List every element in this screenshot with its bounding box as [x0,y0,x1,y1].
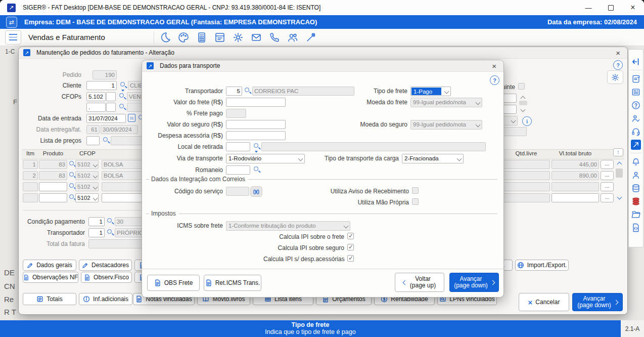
cfop2-search-icon[interactable] [119,103,126,110]
grid-r2-more-button[interactable]: ... [601,171,614,180]
condicao-field[interactable]: 1 [88,217,105,226]
window-settings-button[interactable] [607,70,623,84]
maximize-button[interactable] [600,0,622,15]
totais-button[interactable]: Totais [23,293,76,305]
external-link-icon[interactable] [631,140,641,150]
transport-dialog-titlebar[interactable]: ↗ Dados para transporte × [142,60,503,72]
lista-precos-search-icon[interactable] [103,137,110,144]
cliente-search-icon[interactable] [120,81,127,89]
palette-icon[interactable] [177,31,190,44]
lista-precos-field[interactable] [86,136,100,145]
bell-icon[interactable] [631,157,641,167]
grid-r4-total[interactable] [551,193,599,202]
grid-r3-more-button[interactable]: ... [601,182,614,191]
user-check-icon[interactable] [631,113,641,123]
transport-dialog-close-icon[interactable]: × [492,62,496,70]
cash-register-icon[interactable] [214,31,226,44]
user-icon[interactable] [631,170,641,180]
cancelar-button[interactable]: × Cancelar [519,293,569,311]
observacoes-nf-button[interactable]: Observações NF [23,272,78,283]
window-help-icon[interactable]: ? [613,60,623,70]
dlg-mao-propria-checkbox[interactable] [412,198,419,205]
condicao-search-icon[interactable] [107,218,114,225]
script-icon[interactable] [631,74,641,84]
dlg-despesa-field[interactable] [226,131,286,140]
dlg-valor-frete-field[interactable] [226,98,286,107]
cliente-field[interactable]: 1 [86,81,117,90]
grid-r3-produto[interactable] [39,182,67,191]
grid-options-button[interactable]: ⁝ [613,148,623,156]
grid-r2-search-icon[interactable] [69,172,76,179]
switch-company-icon[interactable]: ⇄ [6,17,17,28]
observ-fisco-button[interactable]: Observ.Fisco [81,272,132,283]
cfop1-suffix-field[interactable] [106,92,116,101]
dlg-romaneio-search-icon[interactable] [253,166,260,173]
dlg-ipi-despesas-checkbox[interactable] [347,255,354,262]
destacadores-button[interactable]: Destacadores [79,260,132,271]
moon-icon[interactable] [159,31,171,44]
collapse-left-icon[interactable] [631,57,641,67]
settings-icon[interactable] [232,31,244,44]
dados-gerais-button[interactable]: Dados gerais [23,260,76,271]
dlg-binoculars-button[interactable] [250,186,262,197]
grid-r4-search-icon[interactable] [69,194,76,201]
dlg-local-retirada-field[interactable] [226,142,250,151]
orders-window-titlebar[interactable]: ↗ Manutenção de pedidos do faturamento -… [19,47,627,59]
code-file-icon[interactable] [631,223,641,233]
users-icon[interactable] [287,31,299,44]
ret-icms-button[interactable]: Ret.ICMS Trans. [204,275,261,291]
close-button[interactable]: × [622,0,644,15]
headset-icon[interactable] [631,127,641,137]
menu-button[interactable] [5,30,21,45]
cliente-search-caret-icon[interactable] [121,90,124,92]
grid-r4-more-button[interactable]: ... [601,193,614,202]
grid-r4-produto[interactable] [39,193,67,202]
dlg-tipo-frete-dropdown[interactable]: 1-Pago [410,87,451,96]
dlg-ipi-frete-checkbox[interactable] [347,233,354,239]
dlg-valor-seguro-field[interactable] [226,120,286,129]
window-avancar-button[interactable]: Avançar (page down) [572,293,623,311]
dialog-avancar-button[interactable]: Avançar (page down) [449,273,499,292]
dlg-transportador-field[interactable]: 5 [226,87,242,96]
data-entrada-field[interactable]: 31/07/2024 [86,114,126,123]
grid-scroll-down-icon[interactable] [617,195,622,200]
mail-icon[interactable] [250,31,262,44]
spinner-up-icon[interactable] [521,96,526,101]
dlg-aviso-checkbox[interactable] [412,187,419,194]
calculator-icon[interactable] [196,31,208,44]
tools-icon[interactable] [305,31,317,44]
dlg-transportador-search-icon[interactable] [244,87,251,94]
cfop1-field[interactable]: 5.102 [86,92,106,101]
spinner-track[interactable] [519,101,527,105]
dlg-tipo-carga-dropdown[interactable]: 2-Fracionada [402,154,464,163]
cfop2-suffix-field[interactable] [106,103,116,112]
phone-icon[interactable] [268,31,281,44]
orders-window-close-icon[interactable]: × [616,49,620,57]
grid-r1-search-icon[interactable] [69,160,76,167]
obs-frete-button[interactable]: OBS Frete [147,275,200,291]
coins-red-icon[interactable] [631,196,641,206]
dlg-local-retirada-search-icon[interactable] [253,143,260,150]
dlg-romaneio-field[interactable] [226,165,250,175]
cfop2-field[interactable]: . [86,103,106,112]
help-circle-icon[interactable] [631,100,641,110]
grid-scroll-up-icon[interactable] [617,162,622,167]
database-icon[interactable] [631,183,641,193]
minimize-button[interactable]: — [577,0,600,15]
transportador-search-icon[interactable] [107,229,114,236]
grid-r4-desc[interactable] [102,193,143,202]
info-circle-icon[interactable]: i [522,116,532,126]
transportador-field[interactable]: 1 [88,228,105,237]
grid-r3-search-icon[interactable] [69,183,76,190]
news-icon[interactable] [631,87,641,97]
partial-uinte-checkbox[interactable] [518,83,525,90]
cfop1-search-icon[interactable] [119,93,126,100]
grid-r1-more-button[interactable]: ... [601,160,614,169]
inf-adicionais-button[interactable]: Inf.adicionais [79,293,132,305]
grid-scrollbar-thumb[interactable] [616,168,623,178]
dlg-local-retirada-caret-icon[interactable] [255,151,258,153]
spinner-down-icon[interactable] [521,107,526,112]
import-export-button[interactable]: Import./Export. [515,260,569,271]
dlg-via-transporte-dropdown[interactable]: 1-Rodoviário [226,154,305,163]
dialog-help-icon[interactable]: ? [490,75,499,85]
